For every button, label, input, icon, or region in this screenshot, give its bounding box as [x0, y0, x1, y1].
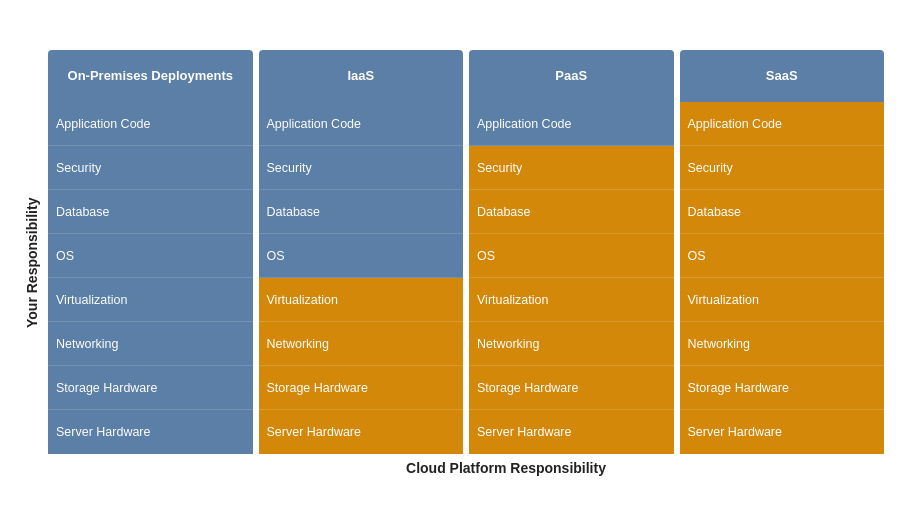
cell-on-premises-3: OS — [48, 234, 253, 278]
y-axis-label: Your Responsibility — [24, 13, 40, 513]
cell-on-premises-4: Virtualization — [48, 278, 253, 322]
cell-paas-1: Security — [469, 146, 674, 190]
cell-iaas-2: Database — [259, 190, 464, 234]
cell-paas-5: Networking — [469, 322, 674, 366]
column-paas: PaaSApplication CodeSecurityDatabaseOSVi… — [469, 50, 674, 454]
cell-on-premises-1: Security — [48, 146, 253, 190]
rows-container-iaas: Application CodeSecurityDatabaseOSVirtua… — [259, 102, 464, 454]
cell-iaas-3: OS — [259, 234, 464, 278]
column-saas: SaaSApplication CodeSecurityDatabaseOSVi… — [680, 50, 885, 454]
cell-on-premises-5: Networking — [48, 322, 253, 366]
rows-container-saas: Application CodeSecurityDatabaseOSVirtua… — [680, 102, 885, 454]
cell-paas-7: Server Hardware — [469, 410, 674, 454]
column-header-iaas: IaaS — [259, 50, 464, 102]
cell-saas-6: Storage Hardware — [680, 366, 885, 410]
cell-on-premises-2: Database — [48, 190, 253, 234]
cell-iaas-5: Networking — [259, 322, 464, 366]
rows-container-paas: Application CodeSecurityDatabaseOSVirtua… — [469, 102, 674, 454]
cell-iaas-0: Application Code — [259, 102, 464, 146]
cell-iaas-6: Storage Hardware — [259, 366, 464, 410]
grid-area: On-Premises DeploymentsApplication CodeS… — [48, 50, 884, 454]
column-on-premises: On-Premises DeploymentsApplication CodeS… — [48, 50, 253, 454]
cell-saas-4: Virtualization — [680, 278, 885, 322]
cell-on-premises-6: Storage Hardware — [48, 366, 253, 410]
cell-paas-6: Storage Hardware — [469, 366, 674, 410]
cell-iaas-4: Virtualization — [259, 278, 464, 322]
cell-saas-2: Database — [680, 190, 885, 234]
main-content: On-Premises DeploymentsApplication CodeS… — [48, 50, 884, 476]
cell-on-premises-0: Application Code — [48, 102, 253, 146]
cell-paas-3: OS — [469, 234, 674, 278]
column-header-on-premises: On-Premises Deployments — [48, 50, 253, 102]
cell-saas-0: Application Code — [680, 102, 885, 146]
cell-saas-5: Networking — [680, 322, 885, 366]
cell-iaas-7: Server Hardware — [259, 410, 464, 454]
cell-saas-3: OS — [680, 234, 885, 278]
column-header-paas: PaaS — [469, 50, 674, 102]
cell-iaas-1: Security — [259, 146, 464, 190]
cell-paas-0: Application Code — [469, 102, 674, 146]
cell-on-premises-7: Server Hardware — [48, 410, 253, 454]
cell-saas-1: Security — [680, 146, 885, 190]
rows-container-on-premises: Application CodeSecurityDatabaseOSVirtua… — [48, 102, 253, 454]
column-header-saas: SaaS — [680, 50, 885, 102]
cell-saas-7: Server Hardware — [680, 410, 885, 454]
cell-paas-2: Database — [469, 190, 674, 234]
cell-paas-4: Virtualization — [469, 278, 674, 322]
x-axis-label: Cloud Platform Responsibility — [48, 460, 884, 476]
diagram-container: Your Responsibility On-Premises Deployme… — [24, 13, 884, 513]
column-iaas: IaaSApplication CodeSecurityDatabaseOSVi… — [259, 50, 464, 454]
